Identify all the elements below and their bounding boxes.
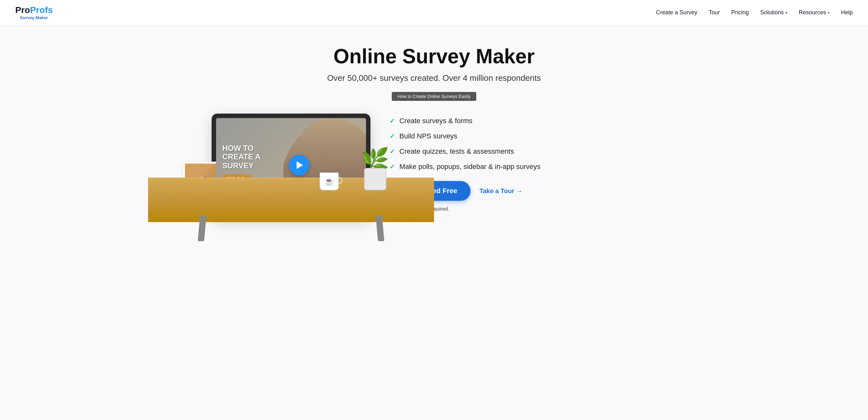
hero-title: Online Survey Maker — [333, 45, 534, 68]
feature-item-1: ✓ Create surveys & forms — [390, 117, 656, 125]
content-row: 🐕 HOW TO CREATE A SURVEY With Julie — [212, 114, 656, 222]
check-icon-3: ✓ — [390, 148, 395, 155]
logo[interactable]: Pro Profs Survey Maker — [15, 5, 53, 20]
nav-resources[interactable]: Resources ▾ — [799, 9, 830, 16]
feature-item-4: ✓ Make polls, popups, sidebar & in-app s… — [390, 163, 656, 171]
solutions-chevron-icon: ▾ — [785, 10, 787, 15]
desk-leg-left — [198, 216, 207, 241]
nav-help[interactable]: Help — [841, 9, 853, 16]
arrow-right-icon: → — [516, 188, 522, 195]
feature-label-1: Create surveys & forms — [399, 117, 472, 125]
check-icon-1: ✓ — [390, 117, 395, 125]
plant-pot — [364, 168, 386, 190]
nav-links: Create a Survey Tour Pricing Solutions ▾… — [656, 9, 853, 16]
screen-title: HOW TO CREATE A SURVEY — [222, 144, 260, 170]
hero-section: Online Survey Maker Over 50,000+ surveys… — [0, 25, 868, 420]
play-triangle-icon — [297, 161, 303, 169]
check-icon-4: ✓ — [390, 163, 395, 171]
resources-chevron-icon: ▾ — [828, 10, 830, 15]
nav-create-survey[interactable]: Create a Survey — [656, 9, 698, 16]
feature-label-3: Create quizzes, tests & assessments — [399, 147, 514, 156]
nav-solutions[interactable]: Solutions ▾ — [760, 9, 787, 16]
take-a-tour-link[interactable]: Take a Tour → — [479, 188, 522, 195]
logo-pro: Pro — [15, 5, 30, 15]
logo-subtitle: Survey Maker — [20, 15, 48, 20]
nav-pricing[interactable]: Pricing — [732, 9, 749, 16]
feature-item-2: ✓ Build NPS surveys — [390, 132, 656, 140]
coffee-cup: ☕ — [320, 172, 339, 190]
feature-label-4: Make polls, popups, sidebar & in-app sur… — [399, 163, 540, 171]
navbar: Pro Profs Survey Maker Create a Survey T… — [0, 0, 868, 25]
desk-leg-right — [376, 216, 384, 241]
feature-label-2: Build NPS surveys — [399, 132, 457, 140]
screen-text-block: HOW TO CREATE A SURVEY With Julie — [222, 144, 260, 183]
hero-subtitle: Over 50,000+ surveys created. Over 4 mil… — [327, 73, 541, 83]
feature-item-3: ✓ Create quizzes, tests & assessments — [390, 147, 656, 156]
logo-profs: Profs — [30, 5, 53, 15]
desk — [148, 177, 434, 222]
check-icon-2: ✓ — [390, 132, 395, 140]
plant: 🌿 — [361, 148, 390, 190]
nav-tour[interactable]: Tour — [709, 9, 720, 16]
laptop-wrap: 🐕 HOW TO CREATE A SURVEY With Julie — [212, 114, 370, 222]
video-tooltip: How to Create Online Surveys Easily — [392, 92, 476, 101]
play-button[interactable] — [289, 155, 309, 175]
coffee-cup-wrap: ☕ — [320, 172, 339, 190]
